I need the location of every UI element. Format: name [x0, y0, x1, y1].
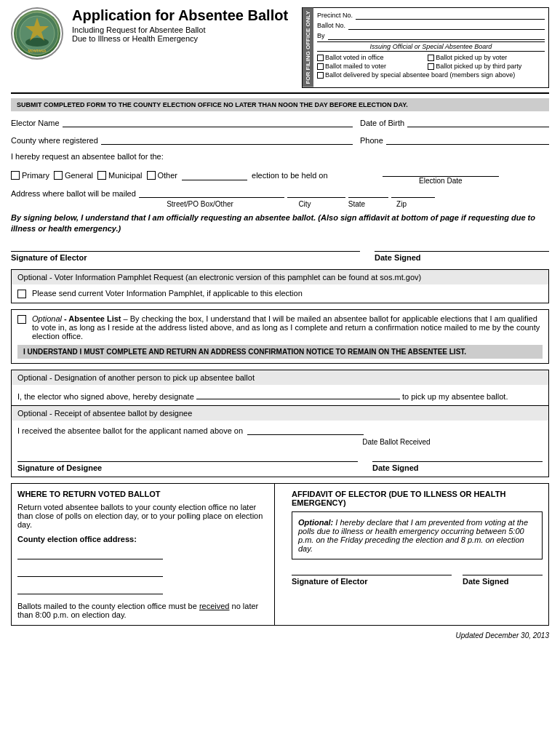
primary-label: Primary — [22, 171, 49, 180]
voter-pamphlet-header-text: Optional - Voter Information Pamphlet Re… — [17, 273, 421, 282]
header: MONTANA Application for Absentee Ballot … — [11, 7, 549, 94]
affidavit-text: Optional: I hereby declare that I am pre… — [298, 518, 536, 553]
bottom-section: WHERE TO RETURN VOTED BALLOT Return vote… — [11, 483, 549, 626]
dob-field: Date of Birth — [360, 117, 549, 127]
county-field: County where registered — [11, 135, 353, 145]
address-label: Address where ballot will be mailed — [11, 189, 136, 198]
ballot-no-label: Ballot No. — [317, 22, 345, 29]
primary-checkbox[interactable]: Primary — [11, 171, 49, 180]
designee-section: Optional - Designation of another person… — [11, 370, 549, 406]
affidavit-date-label: Date Signed — [463, 577, 543, 586]
checkbox-picked-third-box[interactable] — [428, 63, 434, 70]
designee-content: I, the elector who signed above, hereby … — [12, 385, 548, 405]
general-box[interactable] — [54, 171, 63, 180]
receipt-section: Optional - Receipt of absentee ballot by… — [11, 406, 549, 477]
checkbox-delivered-special-box[interactable] — [317, 72, 324, 79]
checkbox-mailed-voter-box[interactable] — [317, 63, 324, 70]
municipal-checkbox[interactable]: Municipal — [97, 171, 142, 180]
address-zip-input[interactable] — [391, 188, 435, 198]
checkbox-picked-third[interactable]: Ballot picked up by third party — [428, 63, 537, 70]
checkbox-picked-voter-box[interactable] — [428, 55, 434, 61]
by-field[interactable] — [328, 31, 545, 40]
absentee-list-notice: I UNDERSTAND I MUST COMPLETE AND RETURN … — [17, 345, 543, 359]
signing-text: By signing below, I understand that I am… — [11, 212, 549, 235]
designee-name-input[interactable] — [196, 389, 400, 399]
footer-updated: Updated December 30, 2013 — [11, 632, 549, 640]
address-line-2[interactable] — [17, 567, 163, 577]
date-ballot-sublabel: Date Ballot Received — [338, 438, 455, 446]
checkbox-picked-voter[interactable]: Ballot picked up by voter — [428, 54, 537, 61]
designee-date-line[interactable] — [372, 452, 543, 462]
address-line-1[interactable] — [17, 549, 163, 559]
main-title: Application for Absentee Ballot — [72, 7, 302, 24]
affidavit-box: Optional: I hereby declare that I am pre… — [292, 511, 543, 559]
county-input[interactable] — [101, 135, 353, 145]
municipal-box[interactable] — [97, 171, 106, 180]
other-box[interactable] — [147, 171, 156, 180]
absentee-list-text: Optional - Absentee List – By checking t… — [32, 314, 540, 340]
phone-field: Phone — [360, 135, 549, 145]
receipt-text: I received the absentee ballot for the a… — [17, 426, 243, 435]
phone-input[interactable] — [386, 135, 549, 145]
precinct-field[interactable] — [356, 11, 545, 20]
date-ballot-input[interactable] — [247, 425, 364, 435]
zip-sublabel: Zip — [396, 200, 407, 208]
phone-label: Phone — [360, 136, 383, 145]
absentee-list-section: Optional - Absentee List – By checking t… — [11, 309, 549, 364]
ballot-no-field[interactable] — [348, 21, 545, 30]
checkbox-delivered-special[interactable]: Ballot delivered by special absentee boa… — [317, 71, 545, 79]
dob-input[interactable] — [407, 117, 549, 127]
receipt-content: I received the absentee ballot for the a… — [12, 421, 548, 477]
affidavit-sig-line[interactable] — [292, 565, 452, 575]
dob-label: Date of Birth — [360, 119, 404, 127]
primary-box[interactable] — [11, 171, 20, 180]
affidavit-sig-row: Signature of Elector Date Signed — [292, 565, 543, 586]
address-state-input[interactable] — [348, 188, 388, 198]
designee-sig-line[interactable] — [17, 452, 358, 462]
affidavit-date-line[interactable] — [463, 565, 543, 575]
other-label: Other — [158, 171, 178, 180]
address-line-3[interactable] — [17, 584, 163, 594]
return-ballot-title: WHERE TO RETURN VOTED BALLOT — [17, 490, 268, 498]
absentee-list-checkbox[interactable] — [17, 315, 26, 324]
request-text: I hereby request an absentee ballot for … — [11, 152, 549, 161]
affidavit-sig-label: Signature of Elector — [292, 577, 452, 586]
checkbox-voted-office-label: Ballot voted in office — [325, 54, 383, 61]
other-checkbox[interactable]: Other — [147, 171, 178, 180]
filing-box: FOR FILING OFFICE ONLY Precinct No. Ball… — [302, 7, 549, 88]
address-street-input[interactable] — [139, 188, 284, 198]
other-input[interactable] — [182, 170, 247, 180]
election-date-input[interactable] — [383, 167, 499, 177]
mailed-note-text: Ballots mailed to the county election of… — [17, 602, 268, 619]
designee-sig-label: Signature of Designee — [17, 463, 358, 472]
checkbox-mailed-voter[interactable]: Ballot mailed to voter — [317, 63, 426, 70]
pamphlet-checkbox[interactable] — [17, 290, 26, 298]
return-ballot-text: Return voted absentee ballots to your co… — [17, 503, 268, 529]
designee-date-label: Date Signed — [372, 463, 543, 472]
checkbox-delivered-special-label: Ballot delivered by special absentee boa… — [325, 71, 515, 79]
subtitle1: Including Request for Absentee Ballot — [72, 25, 302, 34]
designee-sig-row: Signature of Designee Date Signed — [17, 452, 543, 472]
receipt-header: Optional - Receipt of absentee ballot by… — [12, 406, 548, 421]
issuing-official-label: Issuing Official or Special Absentee Boa… — [317, 41, 545, 52]
signature-row: Signature of Elector Date Signed — [11, 242, 549, 262]
election-date-sublabel: Election Date — [419, 177, 462, 185]
elector-sig-line[interactable] — [11, 242, 360, 252]
designee-header: Optional - Designation of another person… — [12, 370, 548, 385]
county-label: County where registered — [11, 136, 98, 145]
date-signed-line[interactable] — [375, 242, 549, 252]
state-seal: MONTANA — [11, 7, 63, 60]
state-sublabel: State — [348, 200, 365, 208]
checkbox-voted-office-box[interactable] — [317, 55, 324, 61]
affidavit-title: AFFIDAVIT OF ELECTOR (DUE TO ILLNESS OR … — [292, 490, 543, 507]
address-city-input[interactable] — [287, 188, 345, 198]
voter-pamphlet-section: Optional - Voter Information Pamphlet Re… — [11, 269, 549, 303]
designee-header-text: Optional - Designation of another person… — [17, 373, 255, 382]
street-sublabel: Street/PO Box/Other — [167, 200, 233, 208]
general-checkbox[interactable]: General — [54, 171, 93, 180]
checkbox-voted-office[interactable]: Ballot voted in office — [317, 54, 426, 61]
elector-name-input[interactable] — [63, 117, 353, 127]
city-sublabel: City — [298, 200, 311, 208]
submit-banner: SUBMIT COMPLETED FORM TO THE COUNTY ELEC… — [11, 98, 549, 111]
general-label: General — [65, 171, 93, 180]
